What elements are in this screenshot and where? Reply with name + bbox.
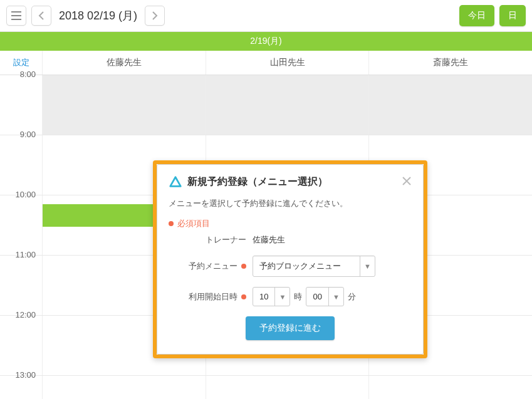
minute-unit: 分 [348, 291, 356, 303]
hour-row: 8:00 [0, 75, 532, 135]
menu-button[interactable] [6, 6, 26, 26]
chevron-down-icon: ▼ [274, 288, 289, 306]
date-strip: 2/19(月) [0, 32, 532, 51]
minute-select-value: 00 [306, 288, 328, 306]
current-date-label: 2018 02/19 (月) [59, 8, 137, 23]
close-icon [402, 176, 412, 186]
required-dot-icon [241, 294, 246, 299]
minute-select[interactable]: 00 ▼ [306, 287, 343, 306]
hour-select[interactable]: 10 ▼ [253, 287, 290, 306]
day-view-button[interactable]: 日 [499, 5, 526, 26]
chevron-left-icon [38, 11, 44, 20]
trainer-col-header: 斎藤先生 [369, 51, 532, 75]
top-toolbar: 2018 02/19 (月) 今日 日 [0, 0, 532, 32]
today-button[interactable]: 今日 [459, 5, 494, 26]
modal-title: 新規予約登録（メニュー選択） [187, 175, 397, 189]
submit-button[interactable]: 予約登録に進む [246, 316, 335, 340]
menu-label: 予約メニュー [169, 261, 246, 272]
calendar-cell[interactable] [369, 376, 532, 399]
hour-label: 8:00 [0, 75, 43, 135]
datetime-label: 利用開始日時 [169, 291, 246, 303]
chevron-down-icon: ▼ [328, 288, 343, 306]
hour-select-value: 10 [253, 288, 274, 306]
calendar-cell[interactable] [206, 376, 370, 399]
hour-unit: 時 [294, 291, 302, 303]
new-reservation-modal: 新規予約登録（メニュー選択） メニューを選択して予約登録に進んでください。 必須… [153, 160, 427, 358]
calendar-cell[interactable] [43, 75, 206, 135]
close-button[interactable] [402, 175, 412, 189]
menu-select-value: 予約ブロックメニュー [253, 256, 360, 276]
required-legend: 必須項目 [169, 218, 412, 229]
calendar-cell[interactable] [43, 376, 206, 399]
hour-label: 9:00 [0, 135, 43, 195]
chevron-down-icon: ▼ [360, 256, 375, 276]
logo-icon [169, 175, 182, 189]
hamburger-icon [11, 11, 21, 20]
required-dot-icon [241, 264, 246, 269]
trainer-col-header: 佐藤先生 [43, 51, 206, 75]
menu-select[interactable]: 予約ブロックメニュー ▼ [253, 256, 375, 277]
modal-description: メニューを選択して予約登録に進んでください。 [169, 198, 412, 209]
next-day-button[interactable] [145, 6, 165, 26]
calendar-cell[interactable] [206, 75, 370, 135]
trainer-value: 佐藤先生 [253, 234, 285, 246]
prev-day-button[interactable] [31, 6, 51, 26]
calendar-cell[interactable] [369, 75, 532, 135]
hour-label: 12:00 [0, 316, 43, 375]
hour-label: 10:00 [0, 195, 43, 255]
trainer-col-header: 山田先生 [206, 51, 370, 75]
hour-row: 13:00 [0, 376, 532, 399]
trainer-label: トレーナー [169, 234, 246, 246]
hour-label: 13:00 [0, 376, 43, 399]
chevron-right-icon [152, 11, 158, 20]
column-headers: 設定 佐藤先生 山田先生 斎藤先生 [0, 51, 532, 75]
required-dot-icon [169, 221, 174, 226]
hour-label: 11:00 [0, 256, 43, 315]
